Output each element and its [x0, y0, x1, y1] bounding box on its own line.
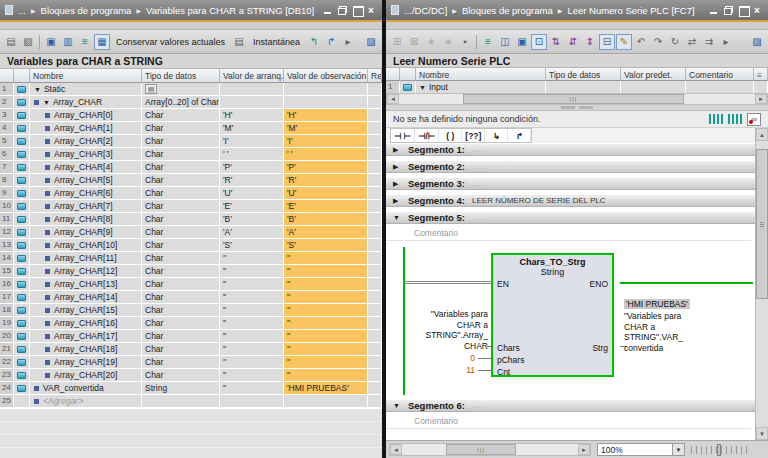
row-number[interactable]: 24 [0, 382, 14, 395]
scroll-up-icon[interactable]: ▲ [756, 128, 768, 141]
monitor-value-cell[interactable]: 'H' [284, 109, 368, 122]
row-number[interactable]: 3 [0, 109, 14, 122]
reset-start-values-icon[interactable]: ∗ [423, 34, 439, 50]
start-value-cell[interactable]: '' [220, 265, 284, 278]
table-row[interactable]: 6Array_CHAR[3]Char' '' ' [0, 148, 382, 161]
type-cell[interactable]: Char [142, 213, 220, 226]
row-number[interactable]: 5 [0, 135, 14, 148]
name-cell[interactable]: Array_CHAR[0] [30, 109, 142, 122]
monitor-value-cell[interactable]: 'M' [284, 122, 368, 135]
type-cell[interactable]: ▤ [142, 83, 220, 96]
segment-expanded-icon[interactable]: ▼ [393, 402, 401, 409]
monitor-value-cell[interactable]: '' [284, 265, 368, 278]
consistency-icon[interactable]: ⇉ [701, 34, 717, 50]
monitor-value-cell[interactable]: 'U' [284, 187, 368, 200]
table-row[interactable]: 24VAR_convertidaString'''HMI PRUEBAS' [0, 382, 382, 395]
pin-cnt[interactable]: Cnt [497, 367, 510, 377]
name-cell[interactable]: Array_CHAR[8] [30, 213, 142, 226]
monitor-value-cell[interactable]: 'R' [284, 174, 368, 187]
input-operand[interactable]: "Variables para CHAR a STRING".Array_ CH… [410, 309, 488, 351]
restore-icon[interactable] [724, 6, 733, 15]
row-number[interactable]: 9 [0, 187, 14, 200]
edit-table-icon[interactable]: ▨ [363, 34, 379, 50]
row-number[interactable]: 23 [0, 369, 14, 382]
monitor-value-cell[interactable]: '' [284, 343, 368, 356]
segment-header-2[interactable]: ▶Segmento 2:.... [386, 160, 755, 173]
scroll-down-icon[interactable]: ▼ [756, 427, 768, 440]
scroll-right-icon[interactable]: ► [755, 94, 767, 104]
snapshot-button[interactable]: Instantánea [248, 36, 305, 48]
start-value-cell[interactable]: '' [220, 278, 284, 291]
table-row[interactable]: 15Array_CHAR[12]Char'''' [0, 265, 382, 278]
name-cell[interactable]: Array_CHAR[11] [30, 252, 142, 265]
jump-forward-icon[interactable]: ↷ [650, 34, 666, 50]
pin-chars[interactable]: Chars [497, 343, 520, 353]
table-row[interactable]: 5Array_CHAR[2]Char'I''I' [0, 135, 382, 148]
type-cell[interactable]: Char [142, 122, 220, 135]
monitor-value-cell[interactable]: 'P' [284, 161, 368, 174]
snapshot-values-icon[interactable]: ▥ [60, 34, 76, 50]
overflow-arrow-icon[interactable]: ▸ [340, 34, 356, 50]
segment-collapsed-icon[interactable]: ▶ [393, 180, 401, 188]
table-row[interactable]: 17Array_CHAR[14]Char'''' [0, 291, 382, 304]
table-row[interactable]: 8Array_CHAR[5]Char'R''R' [0, 174, 382, 187]
row-number[interactable]: 18 [0, 304, 14, 317]
monitor-value-cell[interactable]: '' [284, 356, 368, 369]
minimize-icon[interactable] [323, 6, 332, 15]
segment-comment-placeholder[interactable]: Comentario [386, 416, 751, 429]
type-cell[interactable]: Char [142, 317, 220, 330]
no-contact-icon[interactable]: ⊣ ⊢ [391, 129, 415, 142]
start-value-cell[interactable]: 'U' [220, 187, 284, 200]
monitor-value-cell[interactable]: '' [284, 369, 368, 382]
row-number[interactable]: 22 [0, 356, 14, 369]
copy-start-values-icon[interactable]: ↱ [323, 34, 339, 50]
row-number[interactable]: 8 [0, 174, 14, 187]
name-cell[interactable]: Array_CHAR[13] [30, 278, 142, 291]
start-value-cell[interactable]: '' [220, 343, 284, 356]
breadcrumb-collapsed[interactable]: ... [18, 5, 26, 16]
table-row[interactable]: 18Array_CHAR[15]Char'''' [0, 304, 382, 317]
monitor-value-cell[interactable]: 'S' [284, 239, 368, 252]
name-cell[interactable]: <Agregar> [30, 395, 142, 408]
row-number[interactable]: 2 [0, 96, 14, 109]
type-cell[interactable] [142, 395, 220, 408]
close-icon[interactable]: × [368, 6, 377, 15]
name-cell[interactable]: Array_CHAR[18] [30, 343, 142, 356]
table-row[interactable]: 10Array_CHAR[7]Char'E''E' [0, 200, 382, 213]
close-icon[interactable]: × [754, 6, 763, 15]
segment-collapsed-icon[interactable]: ▶ [393, 163, 401, 171]
monitor-value-cell[interactable] [284, 395, 368, 408]
segment-header-6[interactable]: ▼Segmento 6:.... [386, 399, 755, 412]
monitor-value-cell[interactable]: '' [284, 291, 368, 304]
name-cell[interactable]: Array_CHAR[19] [30, 356, 142, 369]
segment-collapsed-icon[interactable]: ▶ [393, 197, 401, 205]
name-cell[interactable]: Array_CHAR[16] [30, 317, 142, 330]
interface-settings-icon[interactable]: ≡ [754, 68, 768, 80]
col-arranque[interactable]: Valor de arranq... [220, 69, 284, 82]
monitor-value-cell[interactable]: 'I' [284, 135, 368, 148]
segment-header-1[interactable]: ▶Segmento 1:.... [386, 143, 755, 156]
col-comentario[interactable]: Comentario [686, 68, 754, 80]
row-number[interactable]: 19 [0, 317, 14, 330]
jump-back-icon[interactable]: ↶ [633, 34, 649, 50]
update-calls-icon[interactable]: ↻ [667, 34, 683, 50]
type-cell[interactable]: Char [142, 161, 220, 174]
row-number[interactable]: 11 [0, 213, 14, 226]
pin-strg[interactable]: Strg [592, 343, 608, 353]
pin-en[interactable]: EN [497, 279, 509, 289]
breadcrumb-program-blocks[interactable]: Bloques de programa [462, 5, 553, 16]
monitor-value-cell[interactable]: '' [284, 330, 368, 343]
start-value-cell[interactable]: 'A' [220, 226, 284, 239]
monitor-value-cell[interactable]: 'HMI PRUEBAS' [284, 382, 368, 395]
type-cell[interactable]: Char [142, 304, 220, 317]
cnt-value[interactable]: 11 [441, 365, 475, 375]
list-structure-icon[interactable]: ≡ [480, 34, 496, 50]
table-row[interactable]: 25<Agregar> [0, 395, 382, 408]
start-value-cell[interactable]: 'I' [220, 135, 284, 148]
name-cell[interactable]: ▼Static [30, 83, 142, 96]
minimize-icon[interactable] [709, 6, 718, 15]
edit-block-icon[interactable]: ▨ [749, 34, 765, 50]
table-row[interactable]: 13Array_CHAR[10]Char'S''S' [0, 239, 382, 252]
type-cell[interactable]: Char [142, 200, 220, 213]
open-branch-icon[interactable]: ↳ [485, 129, 508, 142]
